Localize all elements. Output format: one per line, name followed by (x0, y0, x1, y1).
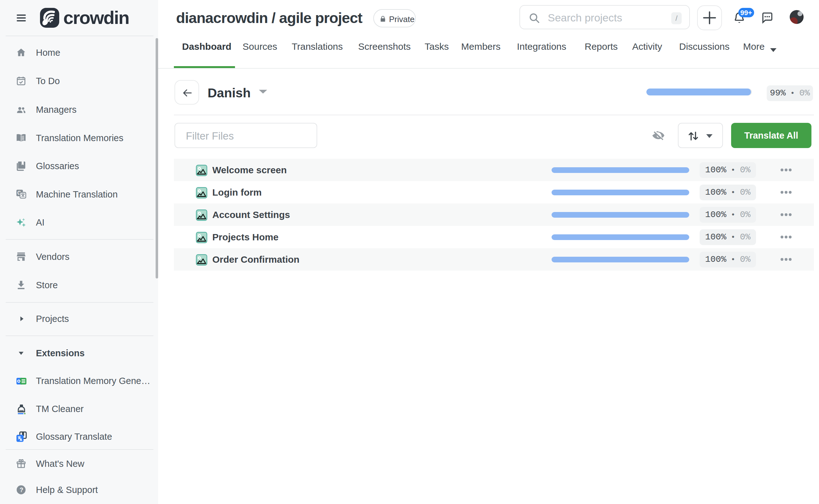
svg-text:?: ? (20, 486, 23, 493)
